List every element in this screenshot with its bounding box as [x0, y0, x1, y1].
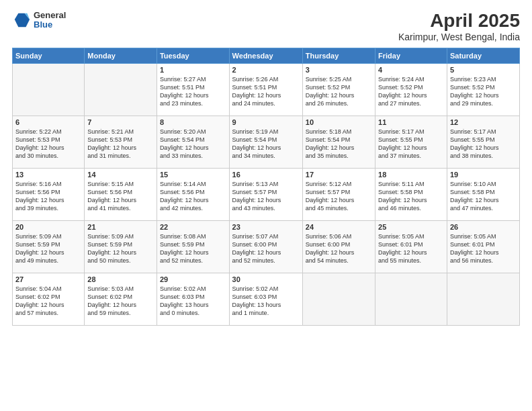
calendar-week-row: 1Sunrise: 5:27 AM Sunset: 5:51 PM Daylig… [13, 63, 520, 116]
calendar-day-cell: 4Sunrise: 5:24 AM Sunset: 5:52 PM Daylig… [375, 63, 447, 116]
calendar-week-row: 6Sunrise: 5:22 AM Sunset: 5:53 PM Daylig… [13, 116, 520, 168]
day-info: Sunrise: 5:16 AM Sunset: 5:56 PM Dayligh… [15, 180, 81, 213]
day-info: Sunrise: 5:24 AM Sunset: 5:52 PM Dayligh… [378, 75, 444, 108]
weekday-header-friday: Friday [375, 48, 447, 63]
calendar-day-cell [447, 273, 519, 325]
day-number: 3 [306, 66, 372, 74]
day-number: 18 [378, 171, 444, 179]
day-info: Sunrise: 5:11 AM Sunset: 5:58 PM Dayligh… [378, 180, 444, 213]
calendar-day-cell: 7Sunrise: 5:21 AM Sunset: 5:53 PM Daylig… [85, 116, 157, 168]
day-info: Sunrise: 5:02 AM Sunset: 6:03 PM Dayligh… [160, 285, 226, 318]
page: General Blue April 2025 Karimpur, West B… [0, 0, 532, 411]
day-info: Sunrise: 5:05 AM Sunset: 6:01 PM Dayligh… [378, 232, 444, 265]
day-info: Sunrise: 5:14 AM Sunset: 5:56 PM Dayligh… [160, 180, 226, 213]
title-block: April 2025 Karimpur, West Bengal, India [398, 11, 520, 42]
day-number: 16 [232, 171, 300, 179]
logo-icon [12, 11, 31, 30]
calendar-table: SundayMondayTuesdayWednesdayThursdayFrid… [12, 48, 520, 326]
day-number: 17 [306, 171, 372, 179]
day-info: Sunrise: 5:21 AM Sunset: 5:53 PM Dayligh… [87, 128, 154, 161]
day-number: 1 [160, 66, 226, 74]
calendar-day-cell: 27Sunrise: 5:04 AM Sunset: 6:02 PM Dayli… [13, 273, 85, 325]
weekday-header-tuesday: Tuesday [157, 48, 229, 63]
day-info: Sunrise: 5:02 AM Sunset: 6:03 PM Dayligh… [232, 285, 300, 318]
day-info: Sunrise: 5:09 AM Sunset: 5:59 PM Dayligh… [87, 232, 154, 265]
calendar-day-cell: 11Sunrise: 5:17 AM Sunset: 5:55 PM Dayli… [375, 116, 447, 168]
calendar-day-cell: 22Sunrise: 5:08 AM Sunset: 5:59 PM Dayli… [157, 220, 229, 273]
day-number: 11 [378, 118, 444, 126]
day-number: 30 [232, 275, 300, 283]
day-number: 14 [87, 171, 154, 179]
calendar-header-row: SundayMondayTuesdayWednesdayThursdayFrid… [13, 48, 520, 63]
day-info: Sunrise: 5:17 AM Sunset: 5:55 PM Dayligh… [450, 128, 517, 161]
logo: General Blue [12, 11, 66, 30]
weekday-header-monday: Monday [85, 48, 157, 63]
day-info: Sunrise: 5:26 AM Sunset: 5:51 PM Dayligh… [232, 75, 300, 108]
calendar-day-cell: 13Sunrise: 5:16 AM Sunset: 5:56 PM Dayli… [13, 168, 85, 220]
calendar-day-cell: 30Sunrise: 5:02 AM Sunset: 6:03 PM Dayli… [229, 273, 302, 325]
calendar-day-cell: 29Sunrise: 5:02 AM Sunset: 6:03 PM Dayli… [157, 273, 229, 325]
day-info: Sunrise: 5:19 AM Sunset: 5:54 PM Dayligh… [232, 128, 300, 161]
calendar-subtitle: Karimpur, West Bengal, India [398, 32, 520, 42]
calendar-day-cell: 16Sunrise: 5:13 AM Sunset: 5:57 PM Dayli… [229, 168, 302, 220]
calendar-day-cell: 6Sunrise: 5:22 AM Sunset: 5:53 PM Daylig… [13, 116, 85, 168]
day-info: Sunrise: 5:27 AM Sunset: 5:51 PM Dayligh… [160, 75, 226, 108]
calendar-day-cell: 18Sunrise: 5:11 AM Sunset: 5:58 PM Dayli… [375, 168, 447, 220]
logo-blue: Blue [34, 20, 66, 30]
day-number: 15 [160, 171, 226, 179]
calendar-day-cell [85, 63, 157, 116]
day-number: 27 [15, 275, 81, 283]
day-number: 26 [450, 223, 517, 231]
logo-general: General [34, 11, 66, 20]
day-number: 21 [87, 223, 154, 231]
day-info: Sunrise: 5:10 AM Sunset: 5:58 PM Dayligh… [450, 180, 517, 213]
calendar-day-cell: 15Sunrise: 5:14 AM Sunset: 5:56 PM Dayli… [157, 168, 229, 220]
calendar-day-cell: 17Sunrise: 5:12 AM Sunset: 5:57 PM Dayli… [302, 168, 375, 220]
day-info: Sunrise: 5:12 AM Sunset: 5:57 PM Dayligh… [306, 180, 372, 213]
day-number: 28 [87, 275, 154, 283]
day-number: 25 [378, 223, 444, 231]
calendar-day-cell [302, 273, 375, 325]
day-number: 12 [450, 118, 517, 126]
day-number: 13 [15, 171, 81, 179]
day-number: 5 [450, 66, 517, 74]
day-info: Sunrise: 5:17 AM Sunset: 5:55 PM Dayligh… [378, 128, 444, 161]
calendar-day-cell: 12Sunrise: 5:17 AM Sunset: 5:55 PM Dayli… [447, 116, 519, 168]
day-info: Sunrise: 5:08 AM Sunset: 5:59 PM Dayligh… [160, 232, 226, 265]
day-info: Sunrise: 5:22 AM Sunset: 5:53 PM Dayligh… [15, 128, 81, 161]
calendar-day-cell [13, 63, 85, 116]
day-number: 2 [232, 66, 300, 74]
day-info: Sunrise: 5:13 AM Sunset: 5:57 PM Dayligh… [232, 180, 300, 213]
day-number: 23 [232, 223, 300, 231]
day-info: Sunrise: 5:05 AM Sunset: 6:01 PM Dayligh… [450, 232, 517, 265]
logo-text: General Blue [34, 11, 66, 30]
calendar-day-cell: 1Sunrise: 5:27 AM Sunset: 5:51 PM Daylig… [157, 63, 229, 116]
day-number: 22 [160, 223, 226, 231]
day-number: 19 [450, 171, 517, 179]
header: General Blue April 2025 Karimpur, West B… [12, 11, 520, 42]
calendar-day-cell: 14Sunrise: 5:15 AM Sunset: 5:56 PM Dayli… [85, 168, 157, 220]
day-info: Sunrise: 5:20 AM Sunset: 5:54 PM Dayligh… [160, 128, 226, 161]
weekday-header-wednesday: Wednesday [229, 48, 302, 63]
calendar-day-cell: 9Sunrise: 5:19 AM Sunset: 5:54 PM Daylig… [229, 116, 302, 168]
calendar-day-cell: 28Sunrise: 5:03 AM Sunset: 6:02 PM Dayli… [85, 273, 157, 325]
calendar-day-cell: 5Sunrise: 5:23 AM Sunset: 5:52 PM Daylig… [447, 63, 519, 116]
day-info: Sunrise: 5:09 AM Sunset: 5:59 PM Dayligh… [15, 232, 81, 265]
calendar-day-cell: 20Sunrise: 5:09 AM Sunset: 5:59 PM Dayli… [13, 220, 85, 273]
day-number: 4 [378, 66, 444, 74]
day-info: Sunrise: 5:06 AM Sunset: 6:00 PM Dayligh… [306, 232, 372, 265]
calendar-week-row: 20Sunrise: 5:09 AM Sunset: 5:59 PM Dayli… [13, 220, 520, 273]
calendar-day-cell: 19Sunrise: 5:10 AM Sunset: 5:58 PM Dayli… [447, 168, 519, 220]
day-number: 10 [306, 118, 372, 126]
calendar-day-cell: 23Sunrise: 5:07 AM Sunset: 6:00 PM Dayli… [229, 220, 302, 273]
calendar-day-cell: 21Sunrise: 5:09 AM Sunset: 5:59 PM Dayli… [85, 220, 157, 273]
day-info: Sunrise: 5:03 AM Sunset: 6:02 PM Dayligh… [87, 285, 154, 318]
day-number: 29 [160, 275, 226, 283]
day-number: 24 [306, 223, 372, 231]
day-info: Sunrise: 5:04 AM Sunset: 6:02 PM Dayligh… [15, 285, 81, 318]
day-number: 6 [15, 118, 81, 126]
calendar-day-cell: 25Sunrise: 5:05 AM Sunset: 6:01 PM Dayli… [375, 220, 447, 273]
calendar-day-cell: 2Sunrise: 5:26 AM Sunset: 5:51 PM Daylig… [229, 63, 302, 116]
day-info: Sunrise: 5:18 AM Sunset: 5:54 PM Dayligh… [306, 128, 372, 161]
day-number: 9 [232, 118, 300, 126]
